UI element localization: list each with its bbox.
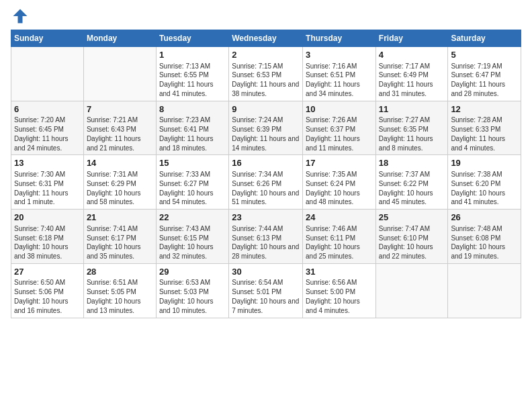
calendar-week-row: 20Sunrise: 7:40 AMSunset: 6:18 PMDayligh… [11,210,521,264]
calendar-week-row: 13Sunrise: 7:30 AMSunset: 6:31 PMDayligh… [11,155,521,210]
day-info: Sunrise: 7:30 AMSunset: 6:31 PMDaylight:… [14,170,81,207]
day-info: Sunrise: 6:51 AMSunset: 5:05 PMDaylight:… [87,278,153,315]
logo-icon [11,7,30,26]
table-row: 30Sunrise: 6:54 AMSunset: 5:01 PMDayligh… [229,263,303,318]
day-number: 9 [232,103,300,116]
day-info: Sunrise: 6:54 AMSunset: 5:01 PMDaylight:… [232,278,300,315]
table-row: 15Sunrise: 7:33 AMSunset: 6:27 PMDayligh… [156,155,228,210]
day-number: 16 [232,157,300,169]
calendar-table: Sunday Monday Tuesday Wednesday Thursday… [11,30,521,318]
day-number: 21 [87,212,153,224]
day-info: Sunrise: 7:43 AMSunset: 6:15 PMDaylight:… [159,224,226,261]
day-number: 2 [232,49,300,61]
day-info: Sunrise: 7:17 AMSunset: 6:49 PMDaylight:… [379,62,445,99]
table-row: 5Sunrise: 7:19 AMSunset: 6:47 PMDaylight… [448,47,521,101]
page: Sunday Monday Tuesday Wednesday Thursday… [0,0,532,411]
table-row: 11Sunrise: 7:27 AMSunset: 6:35 PMDayligh… [375,101,448,155]
day-number: 8 [159,103,226,116]
day-info: Sunrise: 7:40 AMSunset: 6:18 PMDaylight:… [14,224,81,261]
col-wednesday: Wednesday [229,30,303,47]
table-row: 24Sunrise: 7:46 AMSunset: 6:11 PMDayligh… [303,210,376,264]
table-row: 9Sunrise: 7:24 AMSunset: 6:39 PMDaylight… [229,101,303,155]
day-info: Sunrise: 7:20 AMSunset: 6:45 PMDaylight:… [14,116,81,152]
day-info: Sunrise: 6:50 AMSunset: 5:06 PMDaylight:… [14,278,81,315]
table-row: 21Sunrise: 7:41 AMSunset: 6:17 PMDayligh… [83,210,156,264]
day-info: Sunrise: 7:35 AMSunset: 6:24 PMDaylight:… [306,170,373,207]
table-row: 19Sunrise: 7:38 AMSunset: 6:20 PMDayligh… [448,155,521,210]
table-row: 29Sunrise: 6:53 AMSunset: 5:03 PMDayligh… [156,263,228,318]
day-info: Sunrise: 7:46 AMSunset: 6:11 PMDaylight:… [306,224,373,261]
day-number: 26 [451,212,518,224]
day-number: 27 [14,266,81,278]
day-info: Sunrise: 7:24 AMSunset: 6:39 PMDaylight:… [232,116,300,152]
day-number: 10 [306,103,373,116]
day-info: Sunrise: 7:34 AMSunset: 6:26 PMDaylight:… [232,170,300,207]
table-row: 16Sunrise: 7:34 AMSunset: 6:26 PMDayligh… [229,155,303,210]
day-info: Sunrise: 7:44 AMSunset: 6:13 PMDaylight:… [232,224,300,261]
table-row [83,47,156,101]
day-number: 1 [159,49,226,61]
day-info: Sunrise: 7:19 AMSunset: 6:47 PMDaylight:… [451,62,518,99]
day-number: 12 [451,103,518,116]
day-number: 31 [306,266,373,278]
day-number: 7 [87,103,153,116]
day-number: 23 [232,212,300,224]
day-info: Sunrise: 7:23 AMSunset: 6:41 PMDaylight:… [159,116,226,152]
table-row: 14Sunrise: 7:31 AMSunset: 6:29 PMDayligh… [83,155,156,210]
col-thursday: Thursday [303,30,376,47]
table-row: 13Sunrise: 7:30 AMSunset: 6:31 PMDayligh… [11,155,84,210]
col-sunday: Sunday [11,30,84,47]
day-number: 30 [232,266,300,278]
table-row: 31Sunrise: 6:56 AMSunset: 5:00 PMDayligh… [303,263,376,318]
day-info: Sunrise: 7:37 AMSunset: 6:22 PMDaylight:… [379,170,445,207]
day-info: Sunrise: 7:26 AMSunset: 6:37 PMDaylight:… [306,116,373,152]
calendar-week-row: 27Sunrise: 6:50 AMSunset: 5:06 PMDayligh… [11,263,521,318]
table-row: 17Sunrise: 7:35 AMSunset: 6:24 PMDayligh… [303,155,376,210]
day-info: Sunrise: 7:16 AMSunset: 6:51 PMDaylight:… [306,62,373,99]
day-number: 3 [306,49,373,61]
col-monday: Monday [83,30,156,47]
table-row: 1Sunrise: 7:13 AMSunset: 6:55 PMDaylight… [156,47,228,101]
day-number: 29 [159,266,226,278]
table-row: 22Sunrise: 7:43 AMSunset: 6:15 PMDayligh… [156,210,228,264]
day-number: 13 [14,157,81,169]
day-number: 19 [451,157,518,169]
day-number: 14 [87,157,153,169]
day-info: Sunrise: 6:56 AMSunset: 5:00 PMDaylight:… [306,278,373,315]
svg-marker-0 [13,9,28,24]
table-row: 26Sunrise: 7:48 AMSunset: 6:08 PMDayligh… [448,210,521,264]
day-info: Sunrise: 7:28 AMSunset: 6:33 PMDaylight:… [451,116,518,152]
day-info: Sunrise: 7:41 AMSunset: 6:17 PMDaylight:… [87,224,153,261]
calendar-week-row: 6Sunrise: 7:20 AMSunset: 6:45 PMDaylight… [11,101,521,155]
table-row [375,263,448,318]
table-row: 28Sunrise: 6:51 AMSunset: 5:05 PMDayligh… [83,263,156,318]
col-saturday: Saturday [448,30,521,47]
table-row: 20Sunrise: 7:40 AMSunset: 6:18 PMDayligh… [11,210,84,264]
day-number: 4 [379,49,445,61]
day-number: 28 [87,266,153,278]
day-info: Sunrise: 7:47 AMSunset: 6:10 PMDaylight:… [379,224,445,261]
day-number: 24 [306,212,373,224]
day-info: Sunrise: 7:33 AMSunset: 6:27 PMDaylight:… [159,170,226,207]
day-info: Sunrise: 7:13 AMSunset: 6:55 PMDaylight:… [159,62,226,99]
table-row [448,263,521,318]
day-number: 6 [14,103,81,116]
table-row: 10Sunrise: 7:26 AMSunset: 6:37 PMDayligh… [303,101,376,155]
table-row: 2Sunrise: 7:15 AMSunset: 6:53 PMDaylight… [229,47,303,101]
table-row: 8Sunrise: 7:23 AMSunset: 6:41 PMDaylight… [156,101,228,155]
table-row: 4Sunrise: 7:17 AMSunset: 6:49 PMDaylight… [375,47,448,101]
day-number: 5 [451,49,518,61]
calendar-header-row: Sunday Monday Tuesday Wednesday Thursday… [11,30,521,47]
day-info: Sunrise: 7:15 AMSunset: 6:53 PMDaylight:… [232,62,300,99]
day-info: Sunrise: 6:53 AMSunset: 5:03 PMDaylight:… [159,278,226,315]
day-number: 22 [159,212,226,224]
table-row [11,47,84,101]
header [11,7,521,26]
day-info: Sunrise: 7:31 AMSunset: 6:29 PMDaylight:… [87,170,153,207]
day-number: 20 [14,212,81,224]
table-row: 6Sunrise: 7:20 AMSunset: 6:45 PMDaylight… [11,101,84,155]
table-row: 3Sunrise: 7:16 AMSunset: 6:51 PMDaylight… [303,47,376,101]
table-row: 7Sunrise: 7:21 AMSunset: 6:43 PMDaylight… [83,101,156,155]
table-row: 23Sunrise: 7:44 AMSunset: 6:13 PMDayligh… [229,210,303,264]
day-info: Sunrise: 7:38 AMSunset: 6:20 PMDaylight:… [451,170,518,207]
